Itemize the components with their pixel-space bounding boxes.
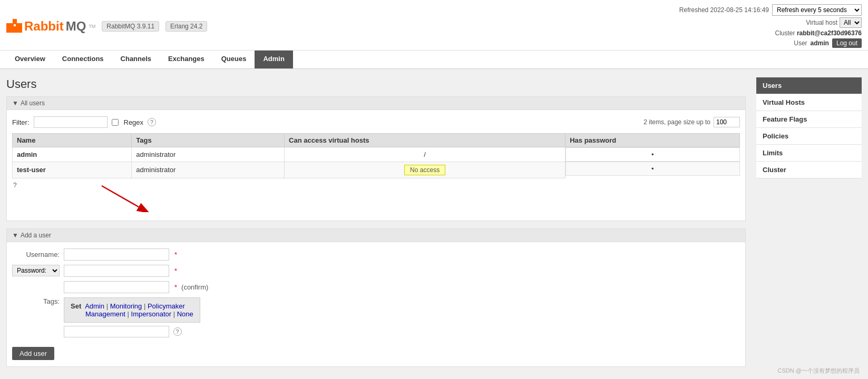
user-name-testuser[interactable]: test-user [13, 162, 132, 178]
page-title: Users [6, 77, 746, 91]
vhost-label: Virtual host [806, 19, 837, 26]
col-tags: Tags [132, 134, 285, 147]
arrow-container: ? [12, 181, 740, 212]
user-label: User [794, 39, 807, 47]
table-row[interactable]: admin administrator / • [13, 147, 740, 162]
tag-admin[interactable]: Admin [85, 302, 104, 310]
table-row[interactable]: test-user administrator No access • [13, 162, 740, 178]
add-user-section: ▼ Add a user Username: * Password: Hash: [6, 228, 746, 367]
col-access: Can access virtual hosts [285, 134, 565, 147]
tags-label: Tags: [12, 297, 60, 305]
add-user-title: Add a user [21, 232, 51, 239]
tag-none[interactable]: None [177, 310, 193, 318]
vhost-row: Virtual host All / [806, 17, 862, 28]
filter-help-icon[interactable]: ? [148, 118, 156, 126]
nav-item-overview[interactable]: Overview [6, 51, 54, 68]
no-access-badge: No access [404, 165, 445, 175]
password-type-select[interactable]: Password: Hash: [12, 265, 60, 276]
nav-item-admin[interactable]: Admin [255, 51, 292, 68]
rabbit-logo-icon [6, 19, 22, 34]
password-input[interactable] [64, 265, 169, 277]
filter-row: Filter: Regex ? 2 items, page size up to… [12, 116, 740, 128]
regex-label: Regex [124, 118, 144, 126]
add-user-section-header[interactable]: ▼ Add a user [7, 229, 745, 242]
sidebar-item-users[interactable]: Users [756, 77, 862, 94]
refresh-row: Refreshed 2022-08-25 14:16:49 Refresh ev… [679, 4, 862, 16]
sidebar: Users Virtual Hosts Feature Flags Polici… [756, 77, 862, 374]
footer-note: CSDN @一个没有梦想的程序员 [778, 367, 860, 375]
username-input[interactable] [64, 248, 169, 261]
regex-checkbox[interactable] [112, 119, 119, 126]
cluster-label: Cluster [775, 29, 795, 37]
logo-tm-text: TM [89, 24, 95, 29]
all-users-section-body: Filter: Regex ? 2 items, page size up to… [7, 110, 745, 221]
main-layout: Users ▼ All users Filter: Regex ? 2 item… [0, 69, 868, 379]
logo-mq-text: MQ [66, 19, 86, 34]
password-row: Password: Hash: * [12, 265, 740, 277]
confirm-password-input[interactable] [64, 281, 169, 293]
tags-controls: Set Admin | Monitoring | Policymaker Man… [64, 297, 200, 337]
items-text: 2 items, page size up to [643, 118, 710, 126]
nav-item-connections[interactable]: Connections [54, 51, 112, 68]
col-name: Name [13, 134, 132, 147]
tag-management[interactable]: Management [85, 310, 125, 318]
confirm-label: (confirm) [181, 283, 208, 291]
nav-item-exchanges[interactable]: Exchanges [160, 51, 213, 68]
section-collapse-icon: ▼ [12, 99, 18, 107]
logo-rabbit-text: Rabbit [24, 19, 64, 34]
erlang-badge: Erlang 24.2 [165, 21, 207, 32]
nav-item-channels[interactable]: Channels [112, 51, 160, 68]
logout-button[interactable]: Log out [832, 38, 862, 48]
svg-rect-0 [6, 23, 13, 28]
password-required: * [174, 267, 177, 275]
sidebar-item-virtual-hosts[interactable]: Virtual Hosts [756, 94, 862, 111]
nav-item-queues[interactable]: Queues [213, 51, 255, 68]
username-row: Username: * [12, 248, 740, 261]
version-badge: RabbitMQ 3.9.11 [102, 21, 159, 32]
page-size-row: 2 items, page size up to 100 [643, 117, 740, 127]
add-user-section-body: Username: * Password: Hash: * [7, 242, 745, 366]
svg-rect-1 [13, 19, 17, 23]
cluster-row: Cluster rabbit@ca2f30d96376 [775, 29, 862, 37]
user-access-testuser: No access [285, 162, 565, 178]
nav: Overview Connections Channels Exchanges … [0, 50, 868, 68]
content-area: Users ▼ All users Filter: Regex ? 2 item… [6, 77, 746, 374]
user-tags-admin: administrator [132, 147, 285, 162]
sidebar-item-cluster[interactable]: Cluster [756, 162, 862, 178]
svg-line-6 [102, 186, 139, 207]
all-users-section-header[interactable]: ▼ All users [7, 97, 745, 110]
users-table: Name Tags Can access virtual hosts Has p… [12, 133, 740, 178]
svg-rect-3 [6, 28, 22, 33]
all-users-section: ▼ All users Filter: Regex ? 2 items, pag… [6, 96, 746, 221]
question-mark-help[interactable]: ? [12, 181, 18, 190]
vhost-select[interactable]: All / [840, 17, 862, 28]
add-user-button[interactable]: Add user [12, 347, 54, 360]
arrow-annotation [96, 181, 202, 212]
right-controls: Refreshed 2022-08-25 14:16:49 Refresh ev… [679, 4, 862, 48]
username-required: * [174, 251, 177, 258]
sidebar-item-feature-flags[interactable]: Feature Flags [756, 111, 862, 128]
tags-input[interactable] [64, 326, 169, 337]
user-password-testuser: • [565, 162, 739, 176]
tag-monitoring[interactable]: Monitoring [110, 302, 142, 310]
page-size-input[interactable]: 100 [714, 117, 740, 127]
sidebar-item-policies[interactable]: Policies [756, 128, 862, 145]
refreshed-timestamp: Refreshed 2022-08-25 14:16:49 [679, 6, 769, 14]
section-title: All users [21, 99, 45, 107]
user-name-admin[interactable]: admin [13, 147, 132, 162]
tags-row: Tags: Set Admin | Monitoring | Policymak… [12, 297, 740, 337]
logo-area: RabbitMQTM RabbitMQ 3.9.11 Erlang 24.2 [6, 19, 207, 34]
user-value: admin [811, 39, 829, 47]
filter-input[interactable] [34, 116, 108, 128]
refresh-select[interactable]: Refresh every 5 seconds Refresh every 10… [772, 4, 862, 16]
tag-impersonator[interactable]: Impersonator [131, 310, 172, 318]
tags-input-row: ? [64, 326, 200, 337]
user-row: User admin Log out [794, 38, 862, 48]
tag-policymaker[interactable]: Policymaker [148, 302, 185, 310]
tags-help-icon[interactable]: ? [173, 327, 182, 336]
sidebar-item-limits[interactable]: Limits [756, 145, 862, 162]
username-label: Username: [12, 251, 60, 258]
filter-label: Filter: [12, 118, 30, 126]
col-password: Has password [565, 134, 740, 147]
confirm-password-row: * (confirm) [12, 281, 740, 293]
